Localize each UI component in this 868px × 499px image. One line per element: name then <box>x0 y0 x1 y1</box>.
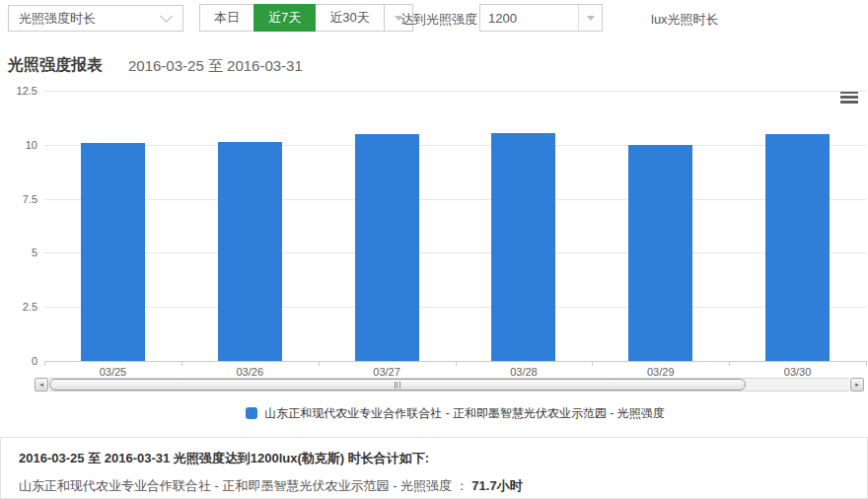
x-axis-label: 03/26 <box>181 366 319 378</box>
light-intensity-report-page: 光照强度时长 本日 近7天 近30天 达到光照强度 lux光照时长 光照强度报表… <box>0 0 868 499</box>
x-axis-tick <box>866 361 867 366</box>
unit-label: lux光照时长 <box>651 11 719 29</box>
x-axis-tick <box>592 361 593 366</box>
summary-detail: 山东正和现代农业专业合作联合社 - 正和即墨智慧光伏农业示范园 - 光照强度 ：… <box>19 477 849 495</box>
x-axis-label: 03/30 <box>729 366 866 378</box>
range-button-last7days[interactable]: 近7天 <box>253 4 316 32</box>
scrollbar-thumb[interactable] <box>49 379 746 391</box>
chart-menu-icon[interactable] <box>840 91 858 106</box>
threshold-label: 达到光照强度 <box>400 11 477 29</box>
y-gridline <box>44 199 866 200</box>
threshold-input[interactable] <box>480 5 578 31</box>
x-axis-label: 03/29 <box>592 366 729 378</box>
range-button-last30days[interactable]: 近30天 <box>315 4 384 32</box>
y-axis-tick-label: 7.5 <box>0 193 37 205</box>
summary-panel: 2016-03-25 至 2016-03-31 光照强度达到1200lux(勒克… <box>0 437 868 499</box>
y-gridline <box>44 252 866 253</box>
y-gridline <box>44 91 866 92</box>
y-axis-tick-label: 0 <box>0 355 37 367</box>
x-axis-tick <box>729 361 730 366</box>
x-axis-label: 03/25 <box>44 366 181 378</box>
scrollbar-track[interactable] <box>49 378 849 392</box>
legend-swatch <box>246 407 257 419</box>
range-button-today[interactable]: 本日 <box>199 4 254 32</box>
chevron-down-icon <box>160 10 173 23</box>
date-range-text: 2016-03-25 至 2016-03-31 <box>128 57 303 76</box>
bar-03/29[interactable] <box>628 145 692 361</box>
report-type-select[interactable]: 光照强度时长 <box>8 5 183 32</box>
legend-label: 山东正和现代农业专业合作联合社 - 正和即墨智慧光伏农业示范园 - 光照强度 <box>264 405 664 422</box>
y-axis-tick-label: 5 <box>0 247 37 258</box>
date-range-button-group: 本日 近7天 近30天 <box>199 4 413 32</box>
summary-total-value: 71.7小时 <box>471 478 522 493</box>
bar-chart: 02.557.51012.503/2503/2603/2703/2803/290… <box>0 91 868 383</box>
scrollbar-left-button[interactable]: ◂ <box>35 378 48 392</box>
x-axis-tick <box>181 361 182 366</box>
bar-03/28[interactable] <box>491 133 555 361</box>
summary-title: 2016-03-25 至 2016-03-31 光照强度达到1200lux(勒克… <box>19 450 849 467</box>
chevron-down-icon <box>587 16 595 25</box>
x-axis-tick <box>456 361 457 366</box>
x-axis-label: 03/27 <box>319 366 456 378</box>
page-title: 光照强度报表 <box>8 55 103 76</box>
bar-03/30[interactable] <box>765 134 830 361</box>
scrollbar-right-button[interactable]: ▸ <box>850 378 864 392</box>
bar-03/27[interactable] <box>355 134 419 361</box>
combo-dropdown-button[interactable] <box>578 5 602 31</box>
y-gridline <box>44 307 866 308</box>
x-axis-tick <box>319 361 320 366</box>
summary-detail-prefix: 山东正和现代农业专业合作联合社 - 正和即墨智慧光伏农业示范园 - 光照强度 ： <box>19 478 471 493</box>
y-gridline <box>44 145 866 146</box>
y-axis-tick-label: 10 <box>0 139 37 151</box>
x-axis-tick <box>44 361 45 366</box>
report-type-value: 光照强度时长 <box>19 10 96 28</box>
y-axis-tick-label: 2.5 <box>0 301 37 313</box>
y-axis-tick-label: 12.5 <box>0 85 37 97</box>
bar-03/26[interactable] <box>218 142 282 361</box>
x-axis-label: 03/28 <box>456 366 593 378</box>
scrollbar-grip-icon <box>395 382 400 389</box>
bar-03/25[interactable] <box>81 143 145 361</box>
chart-legend-item[interactable]: 山东正和现代农业专业合作联合社 - 正和即墨智慧光伏农业示范园 - 光照强度 <box>44 404 866 422</box>
threshold-combobox[interactable] <box>479 4 603 32</box>
chart-scrollbar[interactable]: ◂ ▸ <box>35 378 864 392</box>
